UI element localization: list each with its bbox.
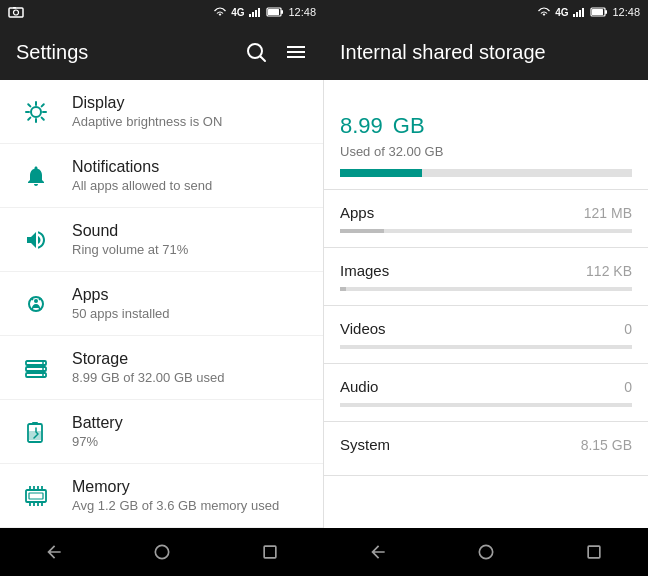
- notifications-sublabel: All apps allowed to send: [72, 178, 307, 193]
- navigation-bars: [0, 528, 648, 576]
- network-type-right: 4G: [555, 7, 568, 18]
- apps-icon: [16, 292, 56, 316]
- storage-icon: [16, 356, 56, 380]
- wifi-icon-left: [213, 6, 227, 18]
- settings-item-storage[interactable]: Storage 8.99 GB of 32.00 GB used: [0, 336, 323, 400]
- svg-point-22: [31, 107, 41, 117]
- status-bars: 4G 12:48 4G: [0, 0, 648, 24]
- svg-rect-11: [576, 12, 578, 17]
- time-left: 12:48: [288, 6, 316, 18]
- svg-rect-41: [29, 431, 41, 440]
- storage-system-label: System: [340, 436, 390, 453]
- storage-gb-value: 8.99: [340, 113, 383, 138]
- notifications-label: Notifications: [72, 158, 307, 176]
- home-button-right[interactable]: [466, 532, 506, 572]
- svg-rect-13: [582, 8, 584, 17]
- svg-rect-12: [579, 10, 581, 17]
- svg-point-34: [42, 362, 44, 364]
- notifications-text: Notifications All apps allowed to send: [56, 158, 307, 193]
- wifi-icon-right: [537, 6, 551, 18]
- svg-rect-21: [287, 56, 305, 58]
- menu-icon[interactable]: [284, 40, 308, 64]
- home-icon-right: [476, 542, 496, 562]
- settings-item-notifications[interactable]: Notifications All apps allowed to send: [0, 144, 323, 208]
- storage-system-value: 8.15 GB: [581, 437, 632, 453]
- storage-size-display: 8.99 GB: [340, 100, 632, 142]
- apps-text: Apps 50 apps installed: [56, 286, 307, 321]
- battery-label: Battery: [72, 414, 307, 432]
- sound-icon: [16, 228, 56, 252]
- battery-text: Battery 97%: [56, 414, 307, 449]
- network-type-left: 4G: [231, 7, 244, 18]
- sound-label: Sound: [72, 222, 307, 240]
- svg-rect-16: [605, 10, 607, 14]
- recents-button-right[interactable]: [574, 532, 614, 572]
- left-status-icons: [8, 6, 24, 18]
- storage-audio-row: Audio 0: [340, 378, 632, 395]
- svg-rect-2: [13, 7, 16, 9]
- svg-rect-19: [287, 46, 305, 48]
- screenshot-icon: [8, 6, 24, 18]
- settings-item-display[interactable]: Display Adaptive brightness is ON: [0, 80, 323, 144]
- storage-images-label: Images: [340, 262, 389, 279]
- display-sublabel: Adaptive brightness is ON: [72, 114, 307, 129]
- storage-images-bar-fill: [340, 287, 346, 291]
- storage-videos-value: 0: [624, 321, 632, 337]
- settings-item-apps[interactable]: Apps 50 apps installed: [0, 272, 323, 336]
- svg-rect-51: [29, 493, 43, 499]
- storage-item-apps[interactable]: Apps 121 MB: [324, 190, 648, 248]
- sound-text: Sound Ring volume at 71%: [56, 222, 307, 257]
- display-text: Display Adaptive brightness is ON: [56, 94, 307, 129]
- svg-line-27: [28, 104, 30, 106]
- svg-rect-10: [573, 14, 575, 17]
- settings-item-battery[interactable]: Battery 97%: [0, 400, 323, 464]
- storage-bar: [340, 169, 632, 177]
- apps-svg: [24, 292, 48, 316]
- back-button-right[interactable]: [358, 532, 398, 572]
- svg-rect-8: [268, 9, 279, 15]
- storage-sublabel: 8.99 GB of 32.00 GB used: [72, 370, 307, 385]
- storage-images-row: Images 112 KB: [340, 262, 632, 279]
- memory-text: Memory Avg 1.2 GB of 3.6 GB memory used: [56, 478, 307, 513]
- svg-point-38: [42, 374, 44, 376]
- sound-sublabel: Ring volume at 71%: [72, 242, 307, 257]
- back-button-left[interactable]: [34, 532, 74, 572]
- svg-rect-3: [249, 14, 251, 17]
- nav-bar-right: [324, 528, 648, 576]
- display-icon: [16, 100, 56, 124]
- storage-label: Storage: [72, 350, 307, 368]
- storage-videos-row: Videos 0: [340, 320, 632, 337]
- signal-icon-left: [248, 6, 262, 18]
- svg-rect-40: [32, 422, 38, 425]
- settings-item-sound[interactable]: Sound Ring volume at 71%: [0, 208, 323, 272]
- memory-icon: [16, 484, 56, 508]
- settings-title: Settings: [16, 41, 228, 64]
- storage-audio-bar: [340, 403, 632, 407]
- right-signal-icons: 4G 12:48: [537, 6, 640, 18]
- apps-label: Apps: [72, 286, 307, 304]
- back-icon-left: [44, 542, 64, 562]
- signal-icon-right: [572, 6, 586, 18]
- home-icon-left: [152, 542, 172, 562]
- main-content: Display Adaptive brightness is ON Notifi…: [0, 80, 648, 528]
- settings-item-memory[interactable]: Memory Avg 1.2 GB of 3.6 GB memory used: [0, 464, 323, 528]
- storage-audio-label: Audio: [340, 378, 378, 395]
- status-bar-right: 4G 12:48: [324, 0, 648, 24]
- svg-point-55: [479, 545, 492, 558]
- recents-button-left[interactable]: [250, 532, 290, 572]
- memory-svg: [24, 484, 48, 508]
- svg-point-32: [34, 299, 38, 303]
- storage-item-audio[interactable]: Audio 0: [324, 364, 648, 422]
- home-button-left[interactable]: [142, 532, 182, 572]
- header-storage: Internal shared storage: [324, 24, 648, 80]
- svg-line-18: [261, 57, 266, 62]
- search-icon[interactable]: [244, 40, 268, 64]
- svg-line-29: [42, 104, 44, 106]
- storage-item-system[interactable]: System 8.15 GB: [324, 422, 648, 476]
- battery-icon-left: [266, 6, 284, 18]
- storage-usage-header: 8.99 GB Used of 32.00 GB: [324, 80, 648, 190]
- storage-bar-fill: [340, 169, 422, 177]
- storage-item-images[interactable]: Images 112 KB: [324, 248, 648, 306]
- svg-rect-15: [592, 9, 603, 15]
- storage-item-videos[interactable]: Videos 0: [324, 306, 648, 364]
